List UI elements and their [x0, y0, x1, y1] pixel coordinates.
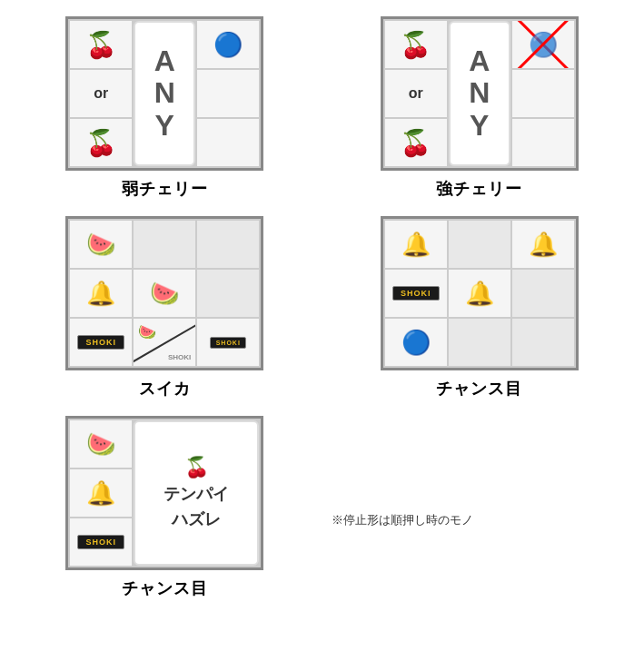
shoki-plaque-ch2: SHOKI	[77, 535, 124, 549]
sc-r2c1-or: or	[385, 70, 447, 117]
cherry-tempai-icon: 🍒	[184, 456, 209, 479]
sc-r1c1: 🍒	[385, 21, 447, 68]
token-icon: 🔵	[213, 31, 243, 59]
cherry3-icon: 🍒	[400, 128, 431, 158]
or-label-strong: or	[409, 85, 423, 102]
shoki-text-small: SHOKI	[168, 353, 191, 361]
ch-r1c2	[449, 221, 510, 268]
weak-cherry-block: 🍒 A N Y 🔵 or 🍒 弱チェリー	[16, 16, 313, 200]
shoki-plaque-1: SHOKI	[77, 335, 124, 350]
cherry2-icon: 🍒	[85, 128, 117, 158]
bell2-icon: 🔔	[401, 231, 431, 259]
sc-r2c3	[512, 70, 574, 117]
cell-r3c1: 🍒	[70, 119, 132, 166]
suika-grid: 🍉 🔔 🍉 SHOKI 🍉 SHOKI SHOKI	[65, 216, 263, 370]
su-r3c2-diagonal: 🍉 SHOKI	[134, 319, 195, 366]
suika-label: スイカ	[139, 378, 191, 399]
ch2-r2c1: 🔔	[70, 469, 132, 517]
weak-cherry-grid: 🍒 A N Y 🔵 or 🍒	[65, 16, 263, 171]
bell-icon: 🔔	[86, 280, 115, 308]
chance-me2-block: 🍉 🍒 テンパイ ハズレ 🔔 SHOKI チャンス目	[16, 416, 313, 599]
main-grid: 🍒 A N Y 🔵 or 🍒 弱チェリー	[9, 9, 635, 607]
strong-cherry-grid: 🍒 A N Y 🔵 or 🍒	[381, 16, 579, 171]
cherry-sc-icon: 🍒	[400, 30, 431, 60]
ch-r1c1: 🔔	[385, 221, 447, 268]
su-r2c2: 🍉	[134, 270, 195, 317]
token-crossed-icon: 🔵	[529, 31, 558, 59]
cell-r3c3	[197, 119, 259, 166]
ch-r3c2	[449, 319, 510, 366]
su-r1c1: 🍉	[70, 221, 132, 268]
su-r2c3	[197, 270, 259, 317]
ch-r3c1: 🔵	[385, 319, 447, 366]
footer-note: ※停止形は順押し時のモノ	[332, 511, 473, 529]
sc-r1c3-crossed: 🔵	[512, 21, 574, 68]
su-r1c3	[197, 221, 259, 268]
tempai-line1: テンパイ	[163, 483, 229, 505]
chance2-grid: 🍉 🍒 テンパイ ハズレ 🔔 SHOKI	[65, 416, 263, 570]
tempai-line2: ハズレ	[172, 508, 221, 530]
bell5-icon: 🔔	[86, 479, 115, 508]
watermelon3-icon: 🍉	[138, 323, 156, 340]
su-r3c3: SHOKI	[197, 319, 259, 366]
cherry-icon: 🍒	[85, 30, 117, 60]
tempai-card: 🍒 テンパイ ハズレ	[134, 420, 259, 566]
ch2-r3c1: SHOKI	[70, 518, 132, 566]
ch-r2c3	[512, 270, 574, 317]
bell4-icon: 🔔	[465, 280, 494, 308]
su-r2c1: 🔔	[70, 270, 132, 317]
any-text-strong: A N Y	[469, 45, 490, 142]
shoki-plaque-2: SHOKI	[210, 337, 246, 349]
watermelon-top-icon: 🍉	[86, 231, 115, 259]
shoki-plaque-ch: SHOKI	[392, 286, 440, 301]
su-r3c1: SHOKI	[70, 319, 132, 366]
weak-cherry-label: 弱チェリー	[122, 178, 208, 200]
chance-me-block: 🔔 🔔 SHOKI 🔔 🔵 チャンス目	[332, 216, 629, 399]
chance-me-label: チャンス目	[436, 378, 522, 399]
suika-block: 🍉 🔔 🍉 SHOKI 🍉 SHOKI SHOKI ス	[16, 216, 313, 399]
cell-r1c3: 🔵	[197, 21, 259, 68]
any-card-weak: A N Y	[134, 21, 195, 166]
ch-r2c2: 🔔	[449, 270, 510, 317]
watermelon4-icon: 🍉	[86, 430, 115, 459]
su-r1c2	[134, 221, 195, 268]
ch-r3c3	[512, 319, 574, 366]
ch-r2c1: SHOKI	[385, 270, 447, 317]
cell-r1c1: 🍒	[70, 21, 132, 68]
token2-icon: 🔵	[401, 329, 431, 357]
ch-r1c3: 🔔	[512, 221, 574, 268]
sc-r3c3	[512, 119, 574, 166]
note-block: ※停止形は順押し時のモノ	[332, 416, 629, 599]
sc-r3c1: 🍒	[385, 119, 447, 166]
ch2-r1c1: 🍉	[70, 420, 132, 468]
watermelon2-icon: 🍉	[150, 280, 179, 308]
bell3-icon: 🔔	[529, 231, 558, 259]
strong-cherry-label: 強チェリー	[436, 178, 522, 200]
cell-r2c3	[197, 70, 259, 117]
or-label-weak: or	[94, 85, 108, 102]
cell-r2c1-or: or	[70, 70, 132, 117]
chance-me2-label: チャンス目	[122, 577, 208, 599]
any-card-strong: A N Y	[449, 21, 510, 166]
any-text: A N Y	[154, 45, 175, 142]
strong-cherry-block: 🍒 A N Y 🔵 or 🍒 強チェリー	[332, 16, 629, 200]
chance-grid: 🔔 🔔 SHOKI 🔔 🔵	[381, 216, 579, 370]
